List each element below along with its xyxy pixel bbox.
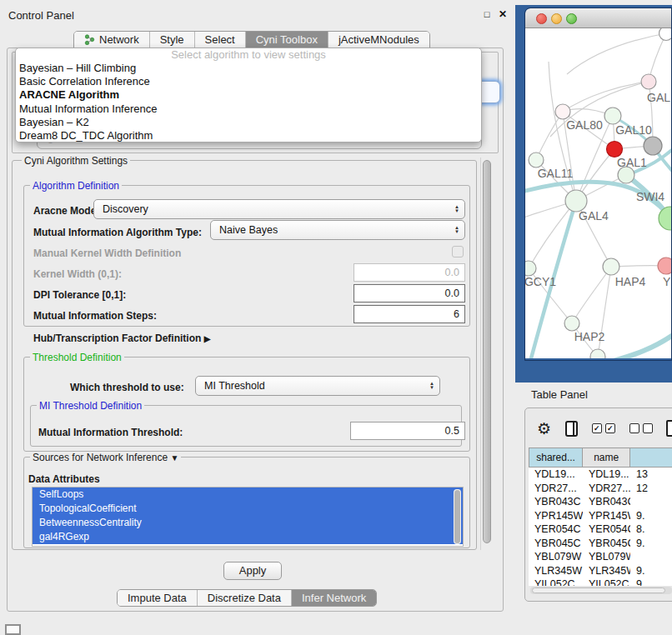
node-label: HAP4 bbox=[615, 275, 646, 288]
dpi-tolerance-field[interactable]: 0.0 bbox=[354, 284, 465, 302]
node-y-pink[interactable] bbox=[658, 258, 672, 274]
scrollbar-thumb[interactable] bbox=[454, 490, 460, 543]
stepper-icon: ▲▼ bbox=[449, 205, 464, 213]
table-row[interactable]: YPR145WYPR145W9. bbox=[529, 509, 672, 523]
list-item[interactable]: SelfLoops bbox=[33, 488, 463, 502]
document-icon[interactable] bbox=[666, 420, 672, 437]
node-label: GAL4 bbox=[579, 209, 609, 222]
node-label: Y bbox=[663, 275, 671, 288]
table-toolbar: ⚙ ✓✓ bbox=[525, 415, 672, 442]
node-label: GAL10 bbox=[615, 123, 652, 137]
mi-threshold-field[interactable]: 0.5 bbox=[350, 422, 465, 440]
node-label: HAP2 bbox=[574, 330, 605, 343]
algorithm-definition-title: Algorithm Definition bbox=[30, 180, 122, 192]
control-panel-title: Control Panel bbox=[8, 9, 74, 22]
tab-network[interactable]: Network bbox=[74, 32, 150, 48]
which-threshold-label: Which threshold to use: bbox=[70, 382, 184, 393]
tab-impute-data[interactable]: Impute Data bbox=[118, 590, 198, 606]
network-view-window[interactable]: GAL GAL80 GAL10 GAL11 GAL1 SWI4 GAL4 GCY… bbox=[524, 8, 672, 361]
node-gal11[interactable] bbox=[529, 152, 544, 168]
dropdown-item[interactable]: Mutual Information Inference bbox=[16, 102, 481, 116]
unchecked-boxes-icon[interactable] bbox=[629, 423, 653, 433]
mi-type-combo[interactable]: Naive Bayes ▲▼ bbox=[210, 220, 465, 240]
node-unlabeled[interactable] bbox=[659, 28, 672, 41]
hub-definition-label: Hub/Transcription Factor Definition bbox=[33, 332, 201, 344]
mi-steps-label: Mutual Information Steps: bbox=[33, 310, 157, 322]
network-canvas[interactable]: GAL GAL80 GAL10 GAL11 GAL1 SWI4 GAL4 GCY… bbox=[525, 28, 672, 358]
float-window-icon[interactable]: □ bbox=[481, 8, 493, 20]
scrollbar-thumb[interactable] bbox=[483, 160, 491, 543]
node-label: GAL80 bbox=[566, 118, 603, 132]
table-row[interactable]: YBR043CYBR043C bbox=[529, 495, 672, 509]
node-gray[interactable] bbox=[644, 137, 662, 155]
cyni-settings-title: Cyni Algorithm Settings bbox=[22, 155, 130, 167]
column-header-shared-name[interactable]: shared... bbox=[529, 448, 583, 468]
dropdown-item[interactable]: Bayesian – Hill Climbing bbox=[16, 62, 481, 75]
list-item[interactable]: gal4RGexp bbox=[33, 530, 463, 544]
hub-definition-expander[interactable]: Hub/Transcription Factor Definition ▶ bbox=[33, 332, 210, 344]
zoom-traffic-light-icon[interactable] bbox=[566, 13, 577, 24]
settings-scrollbar[interactable] bbox=[480, 158, 492, 550]
tab-discretize-data[interactable]: Discretize Data bbox=[198, 590, 292, 606]
column-split-icon[interactable] bbox=[565, 421, 578, 437]
mi-type-value: Naive Bayes bbox=[211, 224, 449, 236]
checked-boxes-icon[interactable]: ✓✓ bbox=[592, 423, 615, 433]
node-gal1-red[interactable] bbox=[607, 142, 623, 158]
tab-infer-network[interactable]: Infer Network bbox=[292, 590, 376, 606]
data-attributes-list[interactable]: SelfLoops TopologicalCoefficient Between… bbox=[32, 487, 464, 547]
node-gal-pink[interactable] bbox=[641, 74, 656, 89]
list-item[interactable]: TopologicalCoefficient bbox=[33, 502, 463, 516]
network-window-titlebar[interactable] bbox=[525, 8, 671, 28]
apply-button[interactable]: Apply bbox=[223, 562, 282, 580]
node-attribute-table[interactable]: shared... name YDL19...YDL19...13 YDR27.… bbox=[529, 448, 672, 586]
node-label: SWI4 bbox=[636, 190, 664, 203]
dropdown-item[interactable]: Dream8 DC_TDC Algorithm bbox=[16, 129, 481, 142]
table-row[interactable]: YIL052CYIL052C9. bbox=[529, 578, 672, 586]
table-row[interactable]: YBR045CYBR045C9. bbox=[529, 537, 672, 551]
node-label: GCY1 bbox=[525, 275, 556, 288]
node-gal80[interactable] bbox=[555, 104, 570, 119]
table-horizontal-scrollbar[interactable] bbox=[530, 587, 672, 594]
sources-title[interactable]: Sources for Network Inference ▼ bbox=[30, 452, 181, 463]
tab-style[interactable]: Style bbox=[150, 32, 195, 48]
mi-threshold-label: Mutual Information Threshold: bbox=[38, 427, 183, 438]
table-row[interactable]: YDL19...YDL19...13 bbox=[529, 468, 672, 482]
minimized-window-icon[interactable] bbox=[5, 624, 21, 635]
list-scrollbar[interactable] bbox=[454, 489, 461, 544]
table-panel-title: Table Panel bbox=[531, 388, 588, 401]
gear-icon[interactable]: ⚙ bbox=[537, 419, 551, 438]
node-gal10[interactable] bbox=[604, 108, 621, 124]
aracne-mode-combo[interactable]: Discovery ▲▼ bbox=[93, 199, 465, 219]
node-hap2[interactable] bbox=[564, 316, 579, 331]
dropdown-item[interactable]: Basic Correlation Inference bbox=[16, 75, 481, 88]
tab-select[interactable]: Select bbox=[195, 32, 246, 48]
algorithm-dropdown-list: Select algorithm to view settings Bayesi… bbox=[15, 48, 482, 142]
column-header-name[interactable]: name bbox=[583, 448, 630, 468]
dropdown-item-selected[interactable]: ARACNE Algorithm bbox=[16, 88, 481, 102]
manual-kernel-label: Manual Kernel Width Definition bbox=[33, 248, 181, 259]
tab-jactivemnodules[interactable]: jActiveMNodules bbox=[328, 32, 429, 48]
list-item[interactable]: BetweennessCentrality bbox=[33, 516, 463, 530]
node-hap4[interactable] bbox=[603, 258, 619, 275]
table-row[interactable]: YDR27...YDR27...12 bbox=[529, 482, 672, 496]
close-icon[interactable]: ✕ bbox=[497, 8, 509, 20]
manual-kernel-checkbox[interactable] bbox=[452, 246, 464, 258]
mi-steps-field[interactable]: 6 bbox=[354, 305, 465, 323]
column-header-clipped[interactable] bbox=[630, 448, 672, 468]
control-panel-tabs: Network Style Select Cyni Toolbox jActiv… bbox=[73, 31, 430, 48]
table-row[interactable]: YER054CYER054C8. bbox=[529, 522, 672, 537]
kernel-width-field[interactable]: 0.0 bbox=[354, 263, 465, 282]
node-gcy1[interactable] bbox=[525, 261, 536, 276]
tab-cyni-toolbox[interactable]: Cyni Toolbox bbox=[246, 32, 328, 48]
table-row[interactable]: YLR345WYLR345W9. bbox=[529, 564, 672, 578]
table-row[interactable]: YBL079WYBL079W bbox=[529, 550, 672, 564]
node-swi4[interactable] bbox=[618, 167, 634, 183]
scrollbar-thumb[interactable] bbox=[532, 588, 665, 593]
minimize-traffic-light-icon[interactable] bbox=[551, 13, 562, 24]
collapse-down-icon: ▼ bbox=[170, 453, 178, 462]
which-threshold-combo[interactable]: MI Threshold ▲▼ bbox=[195, 376, 440, 396]
node-bright-green[interactable] bbox=[659, 207, 672, 230]
close-traffic-light-icon[interactable] bbox=[536, 13, 547, 24]
tab-style-label: Style bbox=[160, 33, 184, 46]
dropdown-item[interactable]: Bayesian – K2 bbox=[16, 116, 481, 129]
